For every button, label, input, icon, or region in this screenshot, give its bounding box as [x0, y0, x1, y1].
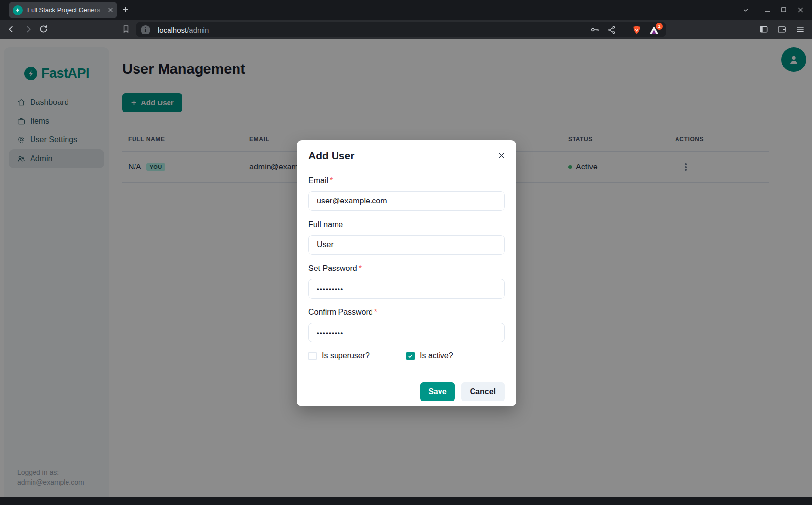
url-path: /admin [187, 26, 209, 34]
required-marker: * [374, 308, 377, 316]
toolbar-divider [624, 25, 624, 34]
tab-title: Full Stack Project Genera [27, 6, 103, 14]
confirm-password-field[interactable] [308, 323, 505, 342]
address-bar[interactable]: i localhost/admin 1 [136, 22, 666, 37]
browser-tab[interactable]: Full Stack Project Genera [9, 2, 117, 18]
new-tab-icon[interactable] [121, 5, 130, 14]
save-button[interactable]: Save [420, 382, 454, 401]
is-superuser-checkbox[interactable]: Is superuser? [308, 351, 406, 360]
checkbox-row: Is superuser? Is active? [308, 351, 505, 360]
site-info-icon[interactable]: i [141, 25, 150, 34]
required-marker: * [359, 264, 362, 272]
confirm-password-label: Confirm Password* [308, 307, 505, 317]
set-password-field-group: Set Password* [308, 264, 505, 299]
window-bottom-edge [0, 497, 812, 501]
modal-close-icon[interactable] [495, 149, 508, 162]
reload-icon[interactable] [38, 24, 49, 34]
page-content: FastAPI Dashboard Items User Settings [0, 39, 812, 501]
forward-icon[interactable] [23, 24, 34, 34]
is-superuser-label: Is superuser? [322, 351, 370, 360]
minimize-icon[interactable] [764, 6, 771, 14]
back-icon[interactable] [6, 24, 17, 34]
modal-title: Add User [308, 149, 505, 162]
close-window-icon[interactable] [797, 6, 804, 14]
tab-search-chevron-icon[interactable] [742, 6, 749, 14]
brave-rewards-icon[interactable]: 1 [649, 25, 659, 34]
full-name-field-group: Full name [308, 220, 505, 255]
set-password-label: Set Password* [308, 264, 505, 273]
set-password-field[interactable] [308, 279, 505, 299]
url-text: localhost/admin [158, 26, 209, 34]
required-marker: * [330, 176, 333, 185]
email-label: Email* [308, 176, 505, 185]
menu-hamburger-icon[interactable] [795, 24, 805, 34]
is-active-label: Is active? [420, 351, 453, 360]
share-icon[interactable] [607, 25, 616, 34]
email-field-group: Email* [308, 176, 505, 211]
window-controls [742, 0, 804, 20]
bookmark-icon[interactable] [121, 24, 131, 34]
url-host: localhost [158, 26, 187, 34]
add-user-modal: Add User Email* Full name Set Password* … [297, 140, 516, 406]
brave-shield-icon[interactable] [632, 25, 642, 35]
cancel-button[interactable]: Cancel [461, 382, 505, 401]
window-titlebar: Full Stack Project Genera [0, 0, 812, 20]
checkbox-icon[interactable] [406, 352, 415, 360]
rewards-badge: 1 [656, 23, 663, 30]
confirm-password-field-group: Confirm Password* [308, 307, 505, 342]
fastapi-favicon-icon [13, 5, 23, 15]
checkbox-icon[interactable] [308, 352, 317, 360]
email-field[interactable] [308, 191, 505, 211]
password-key-icon[interactable] [590, 25, 600, 34]
tab-close-icon[interactable] [108, 7, 113, 13]
is-active-checkbox[interactable]: Is active? [406, 351, 505, 360]
browser-toolbar: i localhost/admin 1 [0, 20, 812, 39]
sidebar-toggle-icon[interactable] [759, 24, 769, 34]
full-name-label: Full name [308, 220, 505, 229]
wallet-icon[interactable] [777, 24, 787, 34]
maximize-icon[interactable] [780, 6, 787, 13]
modal-actions: Save Cancel [308, 382, 505, 401]
full-name-field[interactable] [308, 235, 505, 255]
